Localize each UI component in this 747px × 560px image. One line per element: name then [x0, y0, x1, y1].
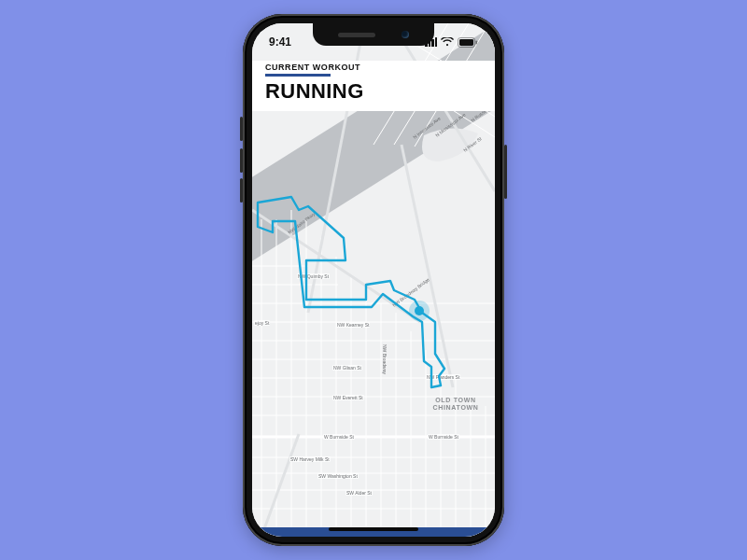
accent-rule — [265, 74, 331, 77]
workout-title: RUNNING — [265, 79, 482, 104]
phone-mockup: 9:41 — [243, 14, 504, 546]
svg-rect-1 — [459, 39, 473, 46]
svg-rect-2 — [476, 40, 478, 44]
workout-header: CURRENT WORKOUT RUNNING — [252, 61, 495, 111]
current-location-marker — [415, 306, 424, 315]
device-notch — [313, 23, 434, 46]
home-indicator[interactable] — [329, 527, 418, 531]
wifi-icon — [441, 37, 454, 47]
battery-icon — [458, 37, 478, 48]
status-time: 9:41 — [269, 35, 291, 49]
workout-label: CURRENT WORKOUT — [265, 63, 482, 72]
screen: 9:41 — [252, 23, 495, 537]
